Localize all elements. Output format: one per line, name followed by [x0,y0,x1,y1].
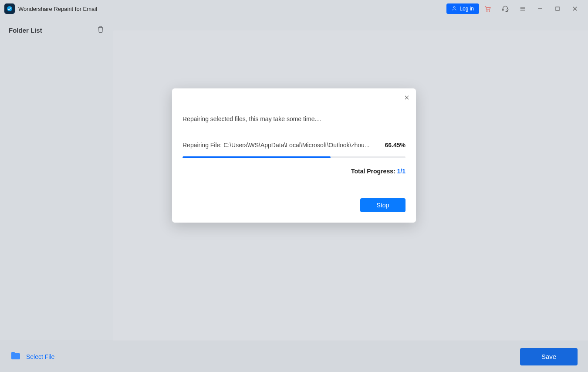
close-window-icon[interactable] [566,0,584,17]
login-label: Log in [460,6,474,12]
minimize-icon[interactable] [531,0,549,17]
svg-point-3 [489,10,490,11]
sidebar: Folder List [0,17,113,341]
menu-icon[interactable] [514,0,531,17]
svg-rect-6 [556,7,559,10]
titlebar: Wondershare Repairit for Email Log in [0,0,588,17]
svg-point-1 [453,7,455,8]
svg-point-0 [7,6,12,11]
repair-progress-dialog: Repairing selected files, this may take … [172,88,416,223]
login-button[interactable]: Log in [446,3,479,14]
sidebar-header: Folder List [9,25,105,35]
repairing-file-label: Repairing File: C:\Users\WS\AppData\Loca… [182,142,380,149]
file-progress-row: Repairing File: C:\Users\WS\AppData\Loca… [182,142,406,149]
folder-icon [10,352,21,362]
sidebar-title: Folder List [9,27,42,34]
select-file-label: Select File [26,353,54,360]
trash-icon[interactable] [97,25,105,35]
app-title: Wondershare Repairit for Email [18,6,97,12]
close-icon[interactable] [404,95,410,102]
progress-bar-fill [182,156,331,158]
progress-bar [182,156,406,158]
total-progress-row: Total Progress: 1/1 [182,168,406,175]
stop-button[interactable]: Stop [360,198,406,212]
file-percent: 66.45% [385,142,406,149]
save-button[interactable]: Save [520,348,578,365]
app-window: Wondershare Repairit for Email Log in [0,0,588,372]
app-logo-icon [4,3,15,14]
select-file-button[interactable]: Select File [10,352,54,362]
user-icon [452,6,457,12]
cart-icon[interactable] [479,0,497,17]
svg-point-2 [487,10,487,11]
maximize-icon[interactable] [549,0,566,17]
modal-message: Repairing selected files, this may take … [182,115,406,122]
bottombar: Select File Save [0,341,588,372]
support-icon[interactable] [497,0,514,17]
